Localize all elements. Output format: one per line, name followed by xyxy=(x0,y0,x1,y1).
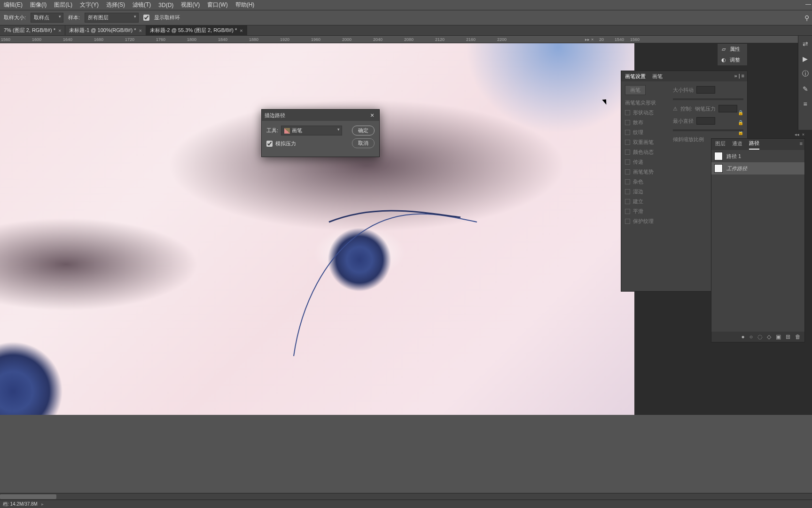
close-icon[interactable]: × xyxy=(58,28,61,33)
tool-value: 画笔 xyxy=(292,127,302,134)
cancel-button[interactable]: 取消 xyxy=(352,138,375,148)
scattering-checkbox[interactable] xyxy=(625,120,630,125)
load-selection-icon[interactable]: ◌ xyxy=(757,333,762,340)
dual-brush-checkbox[interactable] xyxy=(625,140,630,145)
add-mask-icon[interactable]: ▣ xyxy=(776,333,781,340)
brush-pose-checkbox[interactable] xyxy=(625,169,630,175)
path-item[interactable]: 路径 1 xyxy=(711,150,804,162)
make-workpath-icon[interactable]: ◇ xyxy=(767,333,771,340)
transfer-checkbox[interactable] xyxy=(625,159,630,165)
tab-channels[interactable]: 通道 xyxy=(732,140,742,149)
right-dock-strip: ⇄ ▶ ⓘ ✎ ≡ xyxy=(798,36,812,130)
texture-checkbox[interactable] xyxy=(625,130,630,135)
menu-type[interactable]: 文字(Y) xyxy=(80,1,99,9)
brush-icon xyxy=(284,128,290,134)
close-icon[interactable]: × xyxy=(368,111,376,119)
options-bar: 取样大小: 取样点 样本: 所有图层 显示取样环 xyxy=(0,10,812,25)
simulate-pressure-checkbox[interactable] xyxy=(266,141,273,147)
tab-layers[interactable]: 图层 xyxy=(715,140,726,149)
stroke-path-dialog: 描边路径 × 工具: 画笔 模拟压力 确定 取消 xyxy=(261,109,380,157)
path-name: 路径 1 xyxy=(726,153,741,160)
menu-filter[interactable]: 滤镜(T) xyxy=(133,1,151,9)
size-jitter-slider[interactable] xyxy=(673,98,743,100)
path-item-workpath[interactable]: 工作路径 xyxy=(711,162,804,175)
buildup-checkbox[interactable] xyxy=(625,199,630,204)
close-icon[interactable]: × xyxy=(139,28,141,33)
panel-collapse-icon[interactable]: » | ≡ xyxy=(734,73,744,79)
sliders-icon[interactable]: ≡ xyxy=(801,100,810,108)
shape-dynamics-checkbox[interactable] xyxy=(625,110,630,115)
simulate-pressure-label: 模拟压力 xyxy=(275,140,296,147)
menubar: 编辑(E) 图像(I) 图层(L) 文字(Y) 选择(S) 滤镜(T) 3D(D… xyxy=(0,0,812,10)
status-separator: ▸ xyxy=(41,501,44,507)
size-jitter-label: 大小抖动 xyxy=(673,87,694,94)
menu-image[interactable]: 图像(I) xyxy=(30,1,47,9)
menu-window[interactable]: 窗口(W) xyxy=(207,1,227,9)
dock-close-icon[interactable]: × xyxy=(802,132,804,137)
properties-popup: ▱ 属性 ◐ 调整 xyxy=(717,43,748,66)
dialog-titlebar[interactable]: 描边路径 × xyxy=(262,110,379,121)
control-label: 控制: xyxy=(680,105,692,112)
expand-panels-icon[interactable]: ⇄ xyxy=(801,40,810,48)
smoothing-checkbox[interactable] xyxy=(625,209,630,214)
noise-checkbox[interactable] xyxy=(625,179,630,184)
fill-path-icon[interactable]: ● xyxy=(742,333,745,340)
min-diameter-value[interactable] xyxy=(696,117,715,125)
brush-icon[interactable]: ✎ xyxy=(801,85,810,93)
close-icon[interactable]: × xyxy=(240,28,242,33)
document-tab-3[interactable]: 未标题-2 @ 55.3% (图层 2, RGB/8#) * × xyxy=(146,25,247,35)
tab-brush-settings[interactable]: 画笔设置 xyxy=(625,73,646,80)
wet-edges-checkbox[interactable] xyxy=(625,189,630,194)
properties-tab[interactable]: ▱ 属性 xyxy=(718,44,747,55)
control-dropdown[interactable]: 钢笔压力 xyxy=(695,105,716,112)
info-icon[interactable]: ⓘ xyxy=(801,70,810,78)
document-tab-1[interactable]: 7% (图层 2, RGB/8#) * × xyxy=(0,25,65,35)
document-canvas xyxy=(0,43,634,415)
tab-paths[interactable]: 路径 xyxy=(749,140,759,150)
stroke-path-icon[interactable]: ○ xyxy=(750,333,753,340)
sample-label: 样本: xyxy=(68,14,80,21)
dock-collapse-icon[interactable]: ◂◂ xyxy=(795,132,799,137)
menu-select[interactable]: 选择(S) xyxy=(106,1,125,9)
tab-label: 7% (图层 2, RGB/8#) * xyxy=(4,27,55,34)
adjustments-tab[interactable]: ◐ 调整 xyxy=(718,55,747,65)
path-thumbnail xyxy=(714,164,723,173)
document-tab-2[interactable]: 未标题-1 @ 100%(RGB/8#) * × xyxy=(65,25,146,35)
menu-help[interactable]: 帮助(H) xyxy=(235,1,255,9)
tab-brushes[interactable]: 画笔 xyxy=(652,73,663,80)
tool-label: 工具: xyxy=(266,127,278,134)
protect-texture-checkbox[interactable] xyxy=(625,219,630,224)
show-sampling-ring-checkbox[interactable] xyxy=(143,15,149,21)
color-dynamics-checkbox[interactable] xyxy=(625,150,630,155)
search-icon[interactable]: ⚲ xyxy=(804,14,809,22)
dialog-title: 描边路径 xyxy=(265,112,285,119)
show-sampling-ring-label: 显示取样环 xyxy=(154,14,180,21)
sample-dropdown[interactable]: 所有图层 xyxy=(85,13,139,23)
brush-preset-button[interactable]: 画笔 xyxy=(625,85,646,95)
menu-view[interactable]: 视图(V) xyxy=(181,1,200,9)
adjustments-label: 调整 xyxy=(730,56,740,64)
scrollbar-thumb[interactable] xyxy=(0,494,56,499)
ok-button[interactable]: 确定 xyxy=(352,126,375,135)
paths-panel: ◂◂× 图层 通道 路径 ≡ 路径 1 工作路径 ● ○ ◌ ◇ ▣ ⊞ 🗑 xyxy=(711,138,805,342)
horizontal-scrollbar[interactable] xyxy=(0,493,812,500)
menu-3d[interactable]: 3D(D) xyxy=(158,2,173,8)
control-value-box[interactable] xyxy=(718,105,737,112)
min-diameter-slider[interactable] xyxy=(673,129,743,131)
paths-panel-footer: ● ○ ◌ ◇ ▣ ⊞ 🗑 xyxy=(711,332,804,342)
size-jitter-value[interactable] xyxy=(696,86,715,94)
sample-size-dropdown[interactable]: 取样点 xyxy=(31,13,63,23)
path-thumbnail xyxy=(714,152,723,160)
sample-size-label: 取样大小: xyxy=(4,14,26,21)
delete-path-icon[interactable]: 🗑 xyxy=(795,333,801,340)
document-tabbar: 7% (图层 2, RGB/8#) * × 未标题-1 @ 100%(RGB/8… xyxy=(0,25,812,36)
tool-dropdown[interactable]: 画笔 xyxy=(281,126,342,135)
play-icon[interactable]: ▶ xyxy=(801,55,810,63)
window-minimize-icon[interactable]: — xyxy=(805,1,811,8)
new-path-icon[interactable]: ⊞ xyxy=(786,333,790,340)
menu-layer[interactable]: 图层(L) xyxy=(54,1,72,9)
statusbar: 档: 14.2M/37.8M ▸ xyxy=(0,500,812,508)
path-name: 工作路径 xyxy=(726,165,747,172)
panel-menu-icon[interactable]: ≡ xyxy=(800,141,803,148)
menu-edit[interactable]: 编辑(E) xyxy=(4,1,23,9)
